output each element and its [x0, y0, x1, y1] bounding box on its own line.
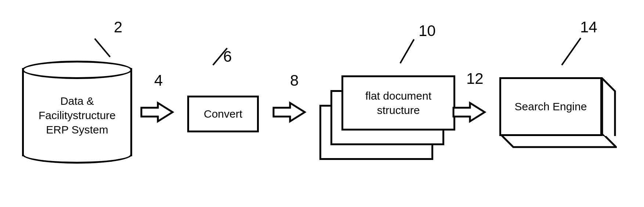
leader-line-2: [94, 38, 111, 57]
cylinder-top: [22, 61, 132, 79]
flow-diagram: Data & Facilitystructure ERP System 2 4 …: [0, 0, 644, 207]
box-3d-front: Search Engine: [499, 77, 602, 136]
erp-cylinder: Data & Facilitystructure ERP System: [22, 61, 132, 164]
ref-label-6: 6: [223, 48, 232, 65]
ref-label-14: 14: [580, 18, 597, 36]
flatdoc-line2: structure: [377, 104, 420, 116]
erp-line1: Data &: [60, 95, 94, 107]
erp-text: Data & Facilitystructure ERP System: [22, 94, 132, 137]
flatdoc-line1: flat document: [365, 90, 431, 102]
leader-line-10: [399, 39, 415, 64]
arrow-icon-3: [452, 101, 488, 123]
arrow-icon-1: [140, 101, 176, 123]
doc-layer-front: flat document structure: [341, 75, 455, 131]
ref-label-10: 10: [419, 22, 436, 40]
search-label: Search Engine: [515, 100, 587, 113]
box-3d-side: [602, 77, 617, 136]
convert-label: Convert: [204, 108, 242, 120]
ref-label-12: 12: [466, 70, 484, 88]
arrow-icon-2: [272, 101, 308, 123]
erp-line3: ERP System: [46, 124, 108, 136]
ref-label-8: 8: [290, 72, 299, 89]
ref-label-2: 2: [114, 18, 122, 36]
ref-label-4: 4: [154, 72, 163, 89]
cylinder-bottom: [22, 145, 132, 164]
box-3d-bottom: [499, 134, 617, 149]
leader-line-14: [561, 38, 581, 65]
convert-box: Convert: [187, 96, 259, 132]
erp-line2: Facilitystructure: [39, 109, 116, 121]
